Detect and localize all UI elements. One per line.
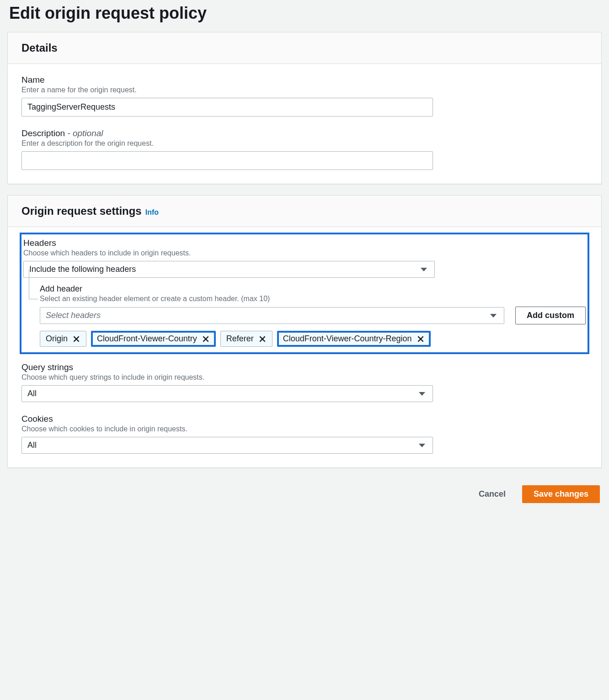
description-optional: - optional: [65, 128, 103, 138]
cookies-label: Cookies: [21, 414, 588, 424]
headers-hint: Choose which headers to include in origi…: [23, 249, 586, 257]
description-input[interactable]: [21, 151, 433, 170]
name-hint: Enter a name for the origin request.: [21, 86, 588, 94]
info-link[interactable]: Info: [145, 208, 159, 217]
headers-selected-value: Include the following headers: [29, 265, 136, 274]
header-chip: Origin: [40, 331, 86, 347]
name-input[interactable]: [21, 98, 433, 117]
query-strings-select[interactable]: All: [21, 385, 433, 402]
add-header-hint: Select an existing header element or cre…: [40, 295, 586, 303]
query-strings-selected-value: All: [27, 389, 37, 398]
header-chip-label: CloudFront-Viewer-Country-Region: [283, 334, 412, 344]
select-headers-placeholder: Select headers: [46, 311, 101, 320]
save-button[interactable]: Save changes: [522, 485, 600, 503]
close-icon[interactable]: [72, 335, 80, 343]
description-hint: Enter a description for the origin reque…: [21, 139, 588, 148]
query-strings-label: Query strings: [21, 362, 588, 372]
cookies-hint: Choose which cookies to include in origi…: [21, 425, 588, 433]
header-chip: CloudFront-Viewer-Country-Region: [277, 331, 431, 347]
caret-down-icon: [419, 392, 425, 396]
name-label: Name: [21, 75, 588, 85]
caret-down-icon: [490, 314, 497, 318]
headers-label: Headers: [23, 238, 586, 248]
cancel-button[interactable]: Cancel: [468, 485, 517, 503]
add-header-label: Add header: [40, 284, 586, 294]
cookies-selected-value: All: [27, 440, 37, 450]
settings-panel: Origin request settings Info Headers Cho…: [7, 195, 602, 468]
query-strings-hint: Choose which query strings to include in…: [21, 373, 588, 382]
page-title: Edit origin request policy: [0, 0, 609, 32]
settings-heading: Origin request settings: [21, 205, 142, 217]
close-icon[interactable]: [417, 335, 425, 343]
header-chip-label: Referer: [226, 334, 254, 344]
header-chip-label: Origin: [46, 334, 68, 344]
close-icon[interactable]: [258, 335, 267, 343]
cookies-select[interactable]: All: [21, 437, 433, 454]
details-panel: Details Name Enter a name for the origin…: [7, 32, 602, 184]
description-label: Description: [21, 128, 65, 138]
headers-select[interactable]: Include the following headers: [23, 261, 435, 278]
add-custom-button[interactable]: Add custom: [515, 307, 586, 324]
caret-down-icon: [421, 268, 427, 271]
details-heading: Details: [8, 32, 601, 64]
close-icon[interactable]: [202, 335, 210, 343]
header-chip: CloudFront-Viewer-Country: [91, 331, 216, 347]
select-headers-dropdown[interactable]: Select headers: [40, 307, 504, 324]
header-chip: Referer: [220, 331, 272, 347]
caret-down-icon: [419, 444, 425, 447]
header-chip-label: CloudFront-Viewer-Country: [97, 334, 197, 344]
